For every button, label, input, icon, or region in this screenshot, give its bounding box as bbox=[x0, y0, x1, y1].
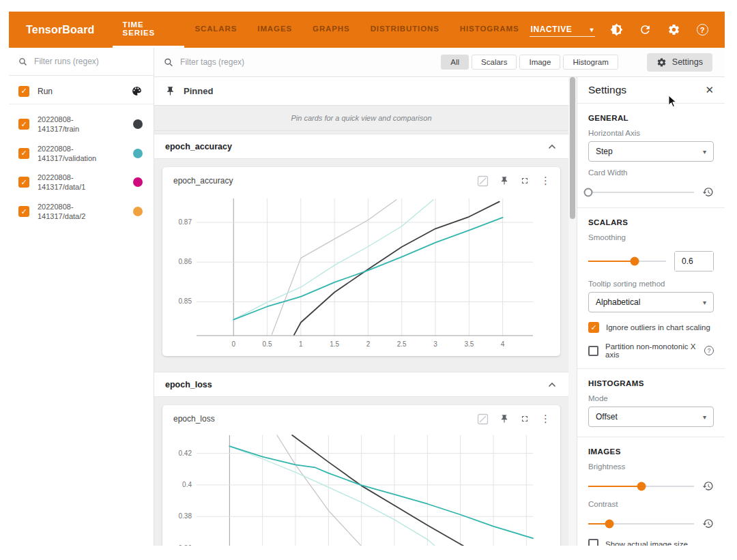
pinned-section-header[interactable]: Pinned bbox=[154, 77, 568, 106]
reset-icon[interactable] bbox=[702, 480, 714, 492]
main-scrollbar[interactable] bbox=[568, 77, 577, 546]
epoch-accuracy-chart[interactable]: 00.511.522.533.540.850.860.87 bbox=[162, 194, 540, 353]
filter-tags-input[interactable] bbox=[180, 57, 435, 67]
run-color-dot bbox=[133, 177, 143, 187]
svg-text:0.87: 0.87 bbox=[179, 218, 192, 226]
run-color-dot bbox=[133, 119, 143, 129]
theme-toggle-icon[interactable] bbox=[609, 23, 624, 38]
run-list: ✓ 20220808-141317/train ✓ 20220808-14131… bbox=[9, 104, 154, 231]
tab-distributions[interactable]: DISTRIBUTIONS bbox=[360, 12, 450, 48]
section-header-epoch-loss[interactable]: epoch_loss bbox=[154, 372, 568, 397]
run-label: 20220808-141317/train bbox=[38, 115, 125, 134]
image-toggle-icon[interactable] bbox=[477, 175, 489, 187]
tooltip-sorting-label: Tooltip sorting method bbox=[588, 280, 714, 288]
settings-button[interactable]: Settings bbox=[647, 53, 712, 72]
gear-icon[interactable] bbox=[666, 23, 681, 38]
section-header-epoch-accuracy[interactable]: epoch_accuracy bbox=[154, 134, 568, 159]
fullscreen-icon[interactable] bbox=[520, 414, 530, 424]
kebab-menu-icon[interactable]: ⋮ bbox=[540, 175, 551, 187]
tensorboard-page: TensorBoard TIME SERIES SCALARS IMAGES G… bbox=[0, 0, 737, 560]
histogram-mode-select[interactable]: Offset ▾ bbox=[588, 407, 714, 427]
run-row-data-1[interactable]: ✓ 20220808-141317/data/1 bbox=[9, 168, 154, 197]
smoothing-slider-row bbox=[588, 251, 714, 271]
pinned-empty-message: Pin cards for a quick view and compariso… bbox=[154, 106, 568, 131]
refresh-icon[interactable] bbox=[637, 23, 652, 38]
tooltip-sorting-select[interactable]: Alphabetical ▾ bbox=[588, 292, 714, 312]
card-header: epoch_accuracy ⋮ bbox=[162, 167, 560, 194]
tab-time-series[interactable]: TIME SERIES bbox=[113, 12, 185, 48]
histogram-mode-label: Mode bbox=[588, 394, 714, 402]
slider-thumb[interactable] bbox=[637, 482, 646, 490]
settings-panel-header: Settings ✕ bbox=[588, 77, 714, 103]
caret-down-icon: ▾ bbox=[590, 26, 594, 33]
run-checkbox[interactable]: ✓ bbox=[18, 177, 29, 188]
settings-panel-title: Settings bbox=[588, 84, 626, 96]
card-actions: ⋮ bbox=[477, 413, 551, 425]
caret-down-icon: ▾ bbox=[703, 148, 706, 156]
pin-icon[interactable] bbox=[500, 414, 509, 424]
chip-all[interactable]: All bbox=[441, 55, 469, 70]
horizontal-axis-value: Step bbox=[596, 147, 613, 156]
scrollbar-thumb[interactable] bbox=[570, 77, 575, 219]
help-icon[interactable]: ? bbox=[695, 23, 710, 38]
chip-histogram[interactable]: Histogram bbox=[563, 55, 618, 70]
images-heading: IMAGES bbox=[588, 447, 714, 456]
reload-status-dropdown[interactable]: INACTIVE ▾ bbox=[530, 23, 595, 37]
chevron-up-icon[interactable] bbox=[548, 382, 556, 387]
run-row-data-2[interactable]: ✓ 20220808-141317/data/2 bbox=[9, 197, 154, 226]
tooltip-sorting-value: Alphabetical bbox=[596, 297, 640, 307]
show-actual-size-checkbox[interactable] bbox=[588, 539, 598, 546]
run-checkbox[interactable]: ✓ bbox=[18, 206, 29, 217]
palette-icon[interactable] bbox=[131, 85, 143, 97]
tab-histograms[interactable]: HISTOGRAMS bbox=[450, 12, 530, 48]
slider-thumb[interactable] bbox=[605, 519, 614, 528]
smoothing-slider[interactable] bbox=[588, 256, 666, 266]
slider-thumb[interactable] bbox=[584, 188, 593, 196]
svg-text:1: 1 bbox=[299, 340, 303, 348]
run-checkbox[interactable]: ✓ bbox=[18, 119, 29, 130]
brightness-slider[interactable] bbox=[588, 482, 694, 491]
fullscreen-icon[interactable] bbox=[520, 176, 530, 186]
run-row-train[interactable]: ✓ 20220808-141317/train bbox=[9, 110, 154, 139]
content-row: Pinned Pin cards for a quick view and co… bbox=[154, 77, 725, 546]
partition-x-axis-row[interactable]: Partition non-monotonic X axis ? bbox=[588, 342, 714, 359]
tab-images[interactable]: IMAGES bbox=[247, 12, 302, 48]
help-icon[interactable]: ? bbox=[704, 346, 714, 355]
settings-button-label: Settings bbox=[672, 57, 703, 67]
run-label: 20220808-141317/data/2 bbox=[38, 202, 125, 222]
card-header: epoch_loss ⋮ bbox=[162, 405, 560, 432]
epoch-loss-chart[interactable]: 0.420.40.380.36 bbox=[162, 432, 540, 546]
run-checkbox[interactable]: ✓ bbox=[18, 148, 29, 159]
tab-graphs[interactable]: GRAPHS bbox=[302, 12, 360, 48]
kebab-menu-icon[interactable]: ⋮ bbox=[540, 413, 551, 425]
chip-image[interactable]: Image bbox=[519, 55, 560, 70]
card-width-slider[interactable] bbox=[588, 188, 694, 197]
close-icon[interactable]: ✕ bbox=[705, 84, 714, 96]
horizontal-axis-select[interactable]: Step ▾ bbox=[588, 141, 714, 162]
ignore-outliers-checkbox[interactable]: ✓ bbox=[588, 322, 599, 333]
svg-text:0.85: 0.85 bbox=[179, 297, 192, 305]
contrast-slider[interactable] bbox=[588, 519, 694, 529]
ignore-outliers-row[interactable]: ✓ Ignore outliers in chart scaling bbox=[588, 322, 714, 333]
header-tabs: TIME SERIES SCALARS IMAGES GRAPHS DISTRI… bbox=[113, 12, 530, 48]
svg-text:0.38: 0.38 bbox=[179, 512, 192, 520]
run-row-validation[interactable]: ✓ 20220808-141317/validation bbox=[9, 139, 154, 168]
run-select-all-checkbox[interactable]: ✓ bbox=[18, 86, 29, 97]
chip-scalars[interactable]: Scalars bbox=[472, 55, 517, 70]
ignore-outliers-label: Ignore outliers in chart scaling bbox=[606, 323, 710, 331]
divider bbox=[577, 437, 725, 437]
tab-scalars[interactable]: SCALARS bbox=[184, 12, 247, 48]
svg-text:0.42: 0.42 bbox=[179, 450, 192, 457]
chevron-up-icon[interactable] bbox=[548, 144, 556, 149]
reset-icon[interactable] bbox=[702, 518, 714, 529]
partition-x-axis-checkbox[interactable] bbox=[588, 346, 598, 356]
smoothing-value-input[interactable] bbox=[675, 252, 713, 271]
svg-text:0.36: 0.36 bbox=[179, 544, 192, 546]
slider-thumb[interactable] bbox=[631, 257, 639, 266]
image-toggle-icon[interactable] bbox=[477, 413, 489, 425]
filter-runs-input[interactable] bbox=[34, 57, 144, 66]
reset-icon[interactable] bbox=[702, 186, 714, 198]
pin-icon[interactable] bbox=[500, 176, 509, 186]
search-icon bbox=[18, 57, 27, 67]
show-actual-size-row[interactable]: Show actual image size bbox=[588, 539, 714, 546]
